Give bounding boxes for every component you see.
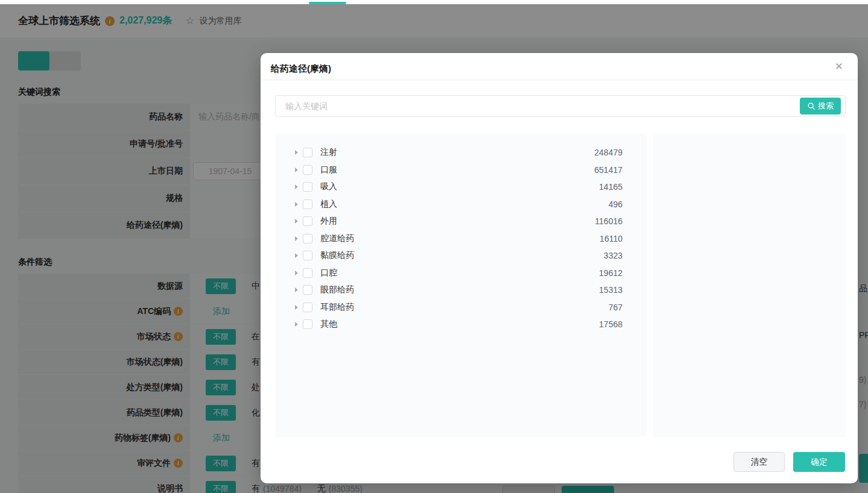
tree-item-count: 496 (609, 199, 622, 209)
search-button-label: 搜索 (818, 101, 834, 111)
chevron-right-icon[interactable] (295, 202, 298, 207)
chevron-right-icon[interactable] (295, 168, 298, 172)
tree-item-count: 15313 (599, 285, 622, 295)
checkbox[interactable] (303, 268, 312, 278)
divider (261, 80, 858, 80)
tree-row[interactable]: 口腔 19612 (275, 265, 647, 282)
tree-row[interactable]: 其他 17568 (275, 316, 647, 333)
close-icon[interactable]: ✕ (835, 61, 843, 72)
clear-button[interactable]: 清空 (733, 452, 785, 472)
route-of-administration-dialog: 给药途径(摩熵) ✕ 搜索 注射 248479 口服 651417 吸入 (261, 53, 858, 483)
checkbox[interactable] (303, 234, 312, 243)
checkbox[interactable] (303, 148, 312, 157)
tree-item-label: 耳部给药 (320, 302, 354, 313)
tree-row[interactable]: 注射 248479 (275, 144, 647, 162)
checkbox[interactable] (303, 285, 312, 295)
confirm-button[interactable]: 确定 (793, 452, 845, 472)
tree-item-label: 腔道给药 (320, 233, 354, 244)
tree-item-label: 注射 (320, 147, 337, 158)
tree-item-label: 外用 (320, 216, 337, 227)
chevron-right-icon[interactable] (295, 184, 298, 189)
tree-item-label: 植入 (320, 199, 337, 210)
tree-row[interactable]: 眼部给药 15313 (275, 281, 647, 299)
chevron-right-icon[interactable] (295, 322, 298, 327)
tree-item-count: 16110 (600, 234, 622, 243)
chevron-right-icon[interactable] (295, 271, 298, 275)
tree-item-label: 黏膜给药 (320, 250, 354, 261)
tree-row[interactable]: 黏膜给药 3323 (275, 247, 647, 265)
tree-item-label: 眼部给药 (320, 284, 354, 295)
active-tab-indicator (309, 2, 346, 4)
tree-item-count: 17568 (599, 319, 622, 329)
tree-item-count: 14165 (599, 182, 622, 192)
checkbox[interactable] (303, 199, 312, 209)
chevron-right-icon[interactable] (295, 287, 298, 292)
tree-item-count: 19612 (599, 268, 622, 278)
tree-row[interactable]: 耳部给药 767 (275, 299, 647, 316)
search-icon (807, 102, 816, 110)
route-tree-panel: 注射 248479 口服 651417 吸入 14165 植入 496 (275, 134, 647, 437)
tree-item-count: 116016 (595, 216, 622, 226)
search-button[interactable]: 搜索 (800, 98, 841, 115)
search-input[interactable] (276, 96, 794, 116)
checkbox[interactable] (303, 216, 312, 226)
chevron-right-icon[interactable] (295, 253, 298, 258)
chevron-right-icon[interactable] (295, 305, 298, 310)
dialog-title: 给药途径(摩熵) (271, 63, 331, 75)
chevron-right-icon[interactable] (295, 236, 298, 241)
tree-item-count: 651417 (594, 165, 622, 175)
chevron-right-icon[interactable] (295, 150, 298, 155)
tree-item-count: 767 (609, 303, 622, 312)
tree-item-label: 其他 (320, 319, 337, 330)
tree-row[interactable]: 吸入 14165 (275, 178, 647, 196)
tree-row[interactable]: 植入 496 (275, 196, 647, 213)
tree-row[interactable]: 腔道给药 16110 (275, 230, 647, 248)
checkbox[interactable] (303, 251, 312, 260)
selected-items-panel (653, 134, 846, 437)
chevron-right-icon[interactable] (295, 219, 298, 224)
checkbox[interactable] (303, 165, 312, 175)
tree-item-count: 3323 (604, 251, 622, 260)
tree-item-label: 口腔 (320, 268, 337, 278)
checkbox[interactable] (303, 303, 312, 312)
tree-item-label: 吸入 (320, 181, 337, 192)
tree-item-count: 248479 (594, 148, 622, 157)
tree-item-label: 口服 (320, 165, 337, 175)
tree-row[interactable]: 口服 651417 (275, 162, 647, 179)
keyword-search-box: 搜索 (275, 95, 846, 117)
top-nav-strip (0, 0, 868, 4)
checkbox[interactable] (303, 319, 312, 329)
checkbox[interactable] (303, 182, 312, 192)
tree-row[interactable]: 外用 116016 (275, 213, 647, 230)
